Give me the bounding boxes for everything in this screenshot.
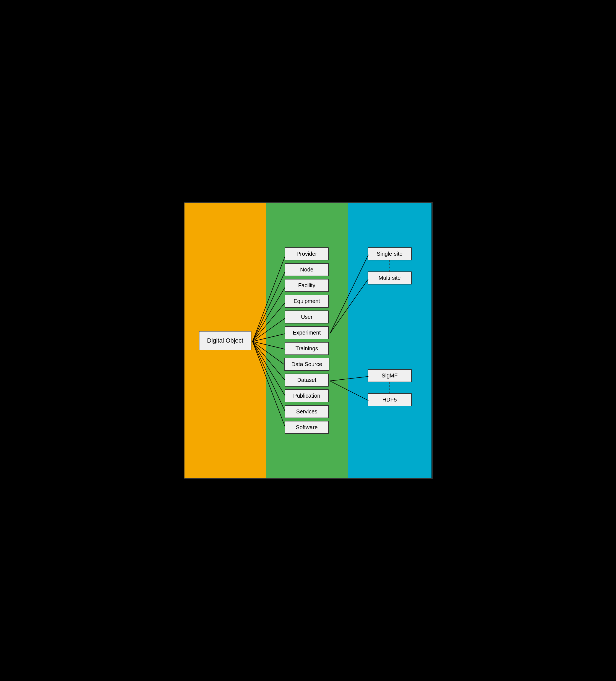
node-node: Node [285,263,329,276]
node-publication: Publication [285,389,329,402]
node-single-site: Single-site [368,247,412,260]
dataset-subgroup: SigMF HDF5 [368,369,412,406]
dotted-divider-dataset [389,382,390,393]
digital-object-node: Digital Object [199,331,252,350]
node-services: Services [285,405,329,418]
diagram-container: Digital Object Provider Node Facility Eq… [184,202,433,479]
digital-object-label: Digital Object [207,337,243,344]
node-sigmf: SigMF [368,369,412,382]
node-experiment: Experiment [285,326,329,339]
node-user: User [285,310,329,324]
node-hdf5: HDF5 [368,393,412,406]
node-trainings: Trainings [285,342,329,355]
node-facility: Facility [285,279,329,292]
dotted-divider-experiment [389,260,390,272]
node-dataset: Dataset [285,374,329,386]
orange-column: Digital Object [184,203,266,478]
node-multi-site: Multi-site [368,272,412,284]
node-data-source: Data Source [284,358,329,371]
blue-column: Single-site Multi-site SigMF HDF5 [348,203,432,478]
experiment-subgroup: Single-site Multi-site [368,247,412,284]
green-column: Provider Node Facility Equipment User Ex… [266,203,348,478]
node-software: Software [285,421,329,434]
node-provider: Provider [285,247,329,260]
node-equipment: Equipment [285,295,329,308]
